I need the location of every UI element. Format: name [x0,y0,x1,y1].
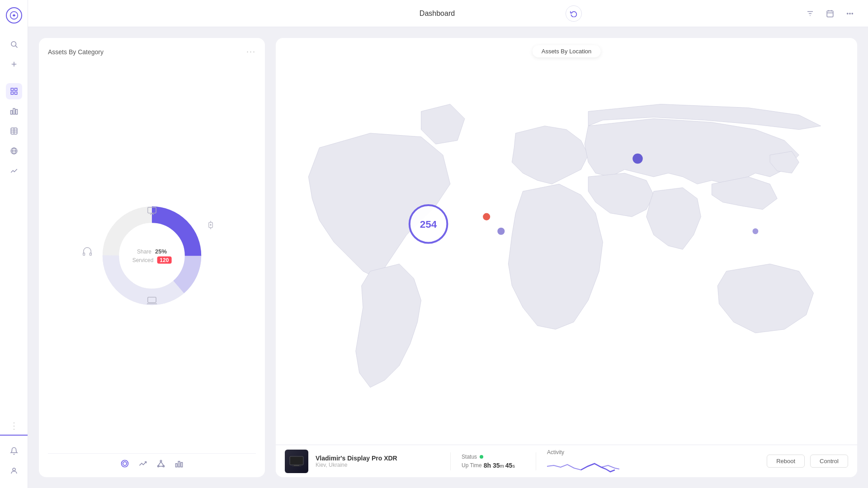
svg-point-55 [483,213,490,221]
header: Dashboard [28,0,868,27]
sidebar-notifications[interactable] [6,443,22,459]
sidebar-search[interactable] [6,36,22,52]
svg-point-45 [123,462,127,465]
share-value: 25% [155,248,167,255]
svg-rect-54 [181,463,182,467]
svg-rect-23 [827,11,833,17]
svg-rect-37 [83,253,85,256]
control-button[interactable]: Control [810,455,848,468]
sidebar-chart-table[interactable] [6,123,22,139]
svg-rect-5 [11,88,13,90]
svg-point-19 [13,468,15,471]
device-actions: Reboot Control [767,455,848,468]
assets-by-location-card: Assets By Location [276,38,857,477]
svg-rect-9 [10,111,12,114]
sidebar-drag-handle[interactable]: ⋮ [9,420,19,431]
svg-line-49 [158,462,161,465]
sidebar-bottom-section [0,435,28,481]
monitor-icon [147,206,157,218]
activity-label: Activity [547,449,628,455]
svg-rect-10 [13,108,15,114]
status-row: Status [462,454,525,460]
sidebar-grid[interactable] [6,83,22,99]
svg-rect-11 [15,109,17,114]
svg-rect-63 [294,465,299,466]
svg-rect-62 [290,457,303,465]
donut-center-info: Share 25% Serviced 120 [132,248,172,264]
app-logo[interactable] [6,7,22,23]
uptime-label: Up Time [462,462,482,469]
device-status: Status Up Time 8h 35m 45s [462,454,525,469]
sidebar-profile[interactable] [6,463,22,479]
svg-rect-36 [148,297,156,303]
sidebar-globe[interactable] [6,143,22,159]
world-map-svg: 254 [276,56,857,450]
toolbar-trend-btn[interactable] [138,459,147,468]
sidebar-trend[interactable] [6,163,22,179]
svg-rect-8 [14,92,17,94]
svg-point-28 [849,13,850,14]
header-title: Dashboard [314,9,561,18]
svg-text:254: 254 [420,219,437,230]
headphones-icon [82,246,92,258]
header-actions [589,6,857,21]
laptop-icon [147,296,157,308]
sidebar-chart-bar[interactable] [6,103,22,119]
status-indicator [480,455,483,459]
serviced-value: 120 [157,257,171,264]
sidebar: ⋮ [0,0,28,488]
refresh-button[interactable] [566,5,582,22]
svg-point-29 [852,13,853,14]
donut-chart-area: Share 25% Serviced 120 [48,62,256,450]
serviced-label: Serviced [132,257,154,263]
card-header: Assets By Category ··· [48,47,256,56]
more-menu-button[interactable] [843,6,857,21]
main-content: Dashboard [28,0,868,488]
toolbar-network-btn[interactable] [156,459,165,468]
svg-point-44 [122,460,128,467]
svg-line-2 [15,46,17,47]
svg-rect-38 [90,253,92,256]
card-toolbar [48,453,256,468]
activity-chart-svg [547,457,619,474]
map-title: Assets By Location [533,45,601,57]
donut-chart: Share 25% Serviced 120 [93,197,211,314]
svg-rect-6 [14,88,17,90]
svg-point-58 [753,228,759,234]
svg-rect-53 [178,461,179,467]
status-label: Status [462,454,477,460]
uptime-row: Up Time 8h 35m 45s [462,462,525,469]
cards-row: Assets By Category ··· [39,38,857,477]
device-location: Kiev, Ukraine [316,462,439,468]
sidebar-add[interactable] [6,56,22,72]
svg-point-27 [847,13,848,14]
svg-rect-30 [148,207,156,213]
svg-point-57 [632,154,643,164]
watch-icon [206,221,215,232]
calendar-button[interactable] [823,6,837,21]
device-details: Vladimir's Display Pro XDR Kiev, Ukraine [316,455,439,468]
card-title: Assets By Category [48,48,104,56]
svg-point-46 [160,460,161,462]
assets-by-category-card: Assets By Category ··· [39,38,265,477]
svg-line-50 [161,462,164,465]
share-label: Share [137,248,151,254]
uptime-value: 8h 35m 45s [484,462,515,469]
filter-button[interactable] [803,6,817,21]
reboot-button[interactable]: Reboot [767,455,805,468]
svg-rect-52 [176,464,177,467]
toolbar-bar-btn[interactable] [175,459,184,468]
activity-section: Activity [547,449,628,474]
svg-rect-64 [292,466,301,466]
svg-rect-7 [11,92,13,94]
svg-point-56 [497,228,505,235]
toolbar-donut-btn[interactable] [120,459,129,468]
device-thumbnail [285,450,308,473]
svg-point-1 [11,42,16,47]
card-menu-button[interactable]: ··· [246,47,256,56]
device-name: Vladimir's Display Pro XDR [316,455,439,462]
device-info-bar: Vladimir's Display Pro XDR Kiev, Ukraine… [276,445,857,477]
content-area: Assets By Category ··· [28,27,868,488]
